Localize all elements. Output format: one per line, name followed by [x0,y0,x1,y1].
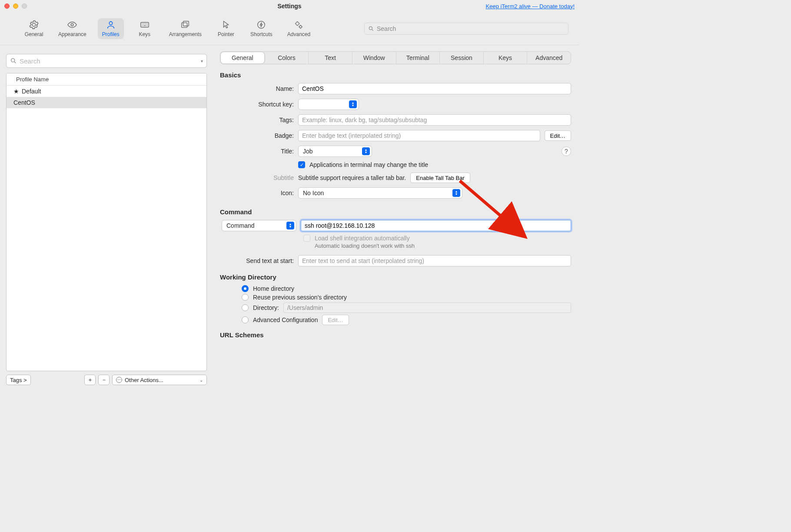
titlebar: Settings Keep iTerm2 alive — Donate toda… [0,0,579,12]
radio-home[interactable] [242,285,249,292]
command-input[interactable] [301,220,571,231]
workdir-reuse-label: Reuse previous session's directory [253,294,347,301]
content-area: ▾ Profile Name ★ Default CentOS Tags > ＋… [0,45,579,390]
title-select[interactable]: Job ▲▼ [298,146,372,157]
toolbar-advanced[interactable]: Advanced [284,18,314,39]
radio-directory[interactable] [242,304,249,311]
star-icon: ★ [13,88,19,95]
sub-tab-colors[interactable]: Colors [265,52,309,64]
send-text-label: Send text at start: [220,257,294,264]
pointer-icon [220,20,232,30]
toolbar-label: Appearance [58,31,86,37]
toolbar-profiles[interactable]: Profiles [98,18,124,39]
profile-row-default[interactable]: ★ Default [7,86,206,97]
main-toolbar: General Appearance Profiles Keys Arrange… [0,12,579,45]
tags-button[interactable]: Tags > [6,375,31,385]
toolbar-general[interactable]: General [21,18,47,39]
svg-point-6 [296,22,299,25]
search-icon [10,57,17,64]
svg-rect-3 [182,23,187,27]
radio-reuse[interactable] [242,294,249,301]
tags-input[interactable] [298,114,571,126]
chevron-down-icon[interactable]: ▾ [201,59,203,63]
profile-sub-tabs: General Colors Text Window Terminal Sess… [220,51,571,64]
sub-tab-general[interactable]: General [221,52,265,63]
command-type-value: Command [226,222,255,229]
apps-change-title-checkbox[interactable]: ✓ [298,161,305,168]
badge-input[interactable] [298,130,540,141]
subtitle-label: Subtitle [220,174,294,181]
send-text-input[interactable] [298,255,571,266]
toolbar-search[interactable] [364,23,568,35]
enable-tall-tab-button[interactable]: Enable Tall Tab Bar [410,173,470,183]
apps-change-title-label: Applications in terminal may change the … [309,161,428,168]
gear-icon [28,20,40,30]
svg-point-9 [11,59,15,62]
profiles-sidebar: ▾ Profile Name ★ Default CentOS Tags > ＋… [0,45,212,390]
search-icon [368,26,374,32]
sub-tab-text[interactable]: Text [309,52,352,64]
profile-search-input[interactable] [20,57,199,65]
profile-row-centos[interactable]: CentOS [7,97,206,108]
remove-profile-button[interactable]: － [98,375,110,385]
icon-select[interactable]: No Icon ▲▼ [298,187,462,199]
load-shell-checkbox [303,235,310,242]
sub-tab-session[interactable]: Session [440,52,484,64]
title-select-value: Job [303,148,313,155]
name-input[interactable] [298,83,571,94]
profile-list-header: Profile Name [7,73,206,86]
eye-icon [66,20,78,30]
workdir-home-row[interactable]: Home directory [242,285,571,292]
sub-tab-keys[interactable]: Keys [484,52,528,64]
workdir-dir-label: Directory: [253,304,279,311]
workdir-adv-label: Advanced Configuration [253,316,318,323]
toolbar-label: Advanced [287,31,310,37]
command-type-select[interactable]: Command ▲▼ [222,220,296,231]
badge-label: Badge: [220,132,294,139]
shortcut-label: Shortcut key: [220,101,294,108]
toolbar-appearance[interactable]: Appearance [55,18,90,39]
subtitle-message: Subtitle support requires a taller tab b… [298,174,406,181]
other-actions-menu[interactable]: ⋯ Other Actions... ⌄ [112,375,207,385]
updown-arrows-icon: ▲▼ [452,189,460,197]
person-icon [105,20,116,30]
toolbar-search-input[interactable] [377,25,565,32]
section-url-title: URL Schemes [220,331,571,339]
toolbar-label: Profiles [102,31,120,37]
workdir-directory-row[interactable]: Directory: /Users/admin [242,303,571,313]
sub-tab-advanced[interactable]: Advanced [527,52,571,64]
section-workdir-title: Working Directory [220,273,571,281]
tags-label: Tags: [220,116,294,123]
toolbar-arrangements[interactable]: Arrangements [166,18,205,39]
shortcut-select[interactable]: ▲▼ [298,99,359,110]
toolbar-shortcuts[interactable]: Shortcuts [247,18,276,39]
gears-icon [293,20,304,30]
updown-arrows-icon: ▲▼ [362,147,370,155]
section-command-title: Command [220,208,571,216]
workdir-reuse-row[interactable]: Reuse previous session's directory [242,294,571,301]
sub-tab-terminal[interactable]: Terminal [396,52,440,64]
svg-rect-2 [141,22,149,27]
other-actions-label: Other Actions... [125,377,163,383]
badge-edit-button[interactable]: Edit… [545,130,571,141]
svg-point-0 [71,23,74,26]
profile-search[interactable]: ▾ [6,54,207,68]
toolbar-label: Keys [139,31,150,37]
toolbar-pointer[interactable]: Pointer [213,18,239,39]
updown-arrows-icon: ▲▼ [349,100,357,108]
workdir-adv-edit-button[interactable]: Edit… [322,315,349,325]
add-profile-button[interactable]: ＋ [84,375,96,385]
help-button[interactable]: ? [562,146,571,156]
radio-advanced[interactable] [242,316,249,323]
toolbar-label: Arrangements [169,31,202,37]
workdir-dir-value: /Users/admin [283,303,571,313]
profile-row-label: CentOS [13,99,35,106]
workdir-advanced-row[interactable]: Advanced Configuration Edit… [242,315,571,325]
icon-label: Icon: [220,190,294,196]
workdir-home-label: Home directory [253,285,294,292]
svg-rect-4 [183,21,189,26]
sub-tab-window[interactable]: Window [352,52,396,64]
profile-list-footer: Tags > ＋ － ⋯ Other Actions... ⌄ [6,375,207,385]
svg-point-1 [109,21,112,24]
toolbar-keys[interactable]: Keys [132,18,158,39]
